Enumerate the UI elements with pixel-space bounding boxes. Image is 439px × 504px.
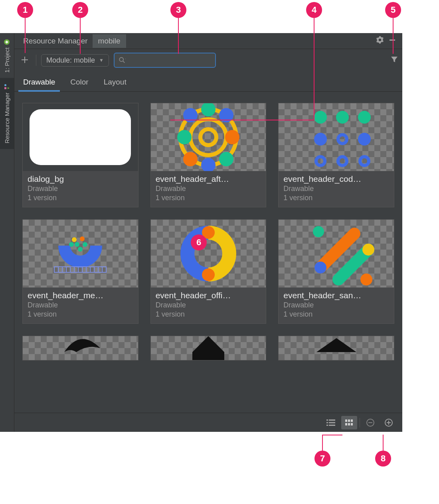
- resource-card[interactable]: [22, 336, 138, 360]
- search-input[interactable]: [128, 57, 211, 64]
- project-icon: [4, 39, 10, 45]
- resource-versions: 1 version: [283, 194, 389, 202]
- svg-rect-64: [348, 423, 350, 425]
- resource-manager-window: 1: Project Resource Manager Resource Man…: [0, 33, 402, 432]
- svg-point-48: [313, 226, 324, 237]
- svg-point-30: [83, 242, 87, 247]
- resource-versions: 1 version: [28, 310, 133, 319]
- svg-rect-3: [390, 39, 395, 41]
- resource-name: event_header_cod…: [283, 174, 389, 184]
- svg-rect-67: [368, 422, 372, 423]
- thumbnail: [279, 103, 394, 171]
- thumbnail: [151, 220, 266, 287]
- thumbnail: [23, 220, 138, 287]
- resource-grid: dialog_bg Drawable 1 version: [14, 92, 402, 413]
- tab-color[interactable]: Color: [69, 75, 90, 91]
- title-bar: Resource Manager mobile: [14, 33, 402, 49]
- callout-7: 7: [314, 451, 330, 467]
- resource-versions: 1 version: [28, 194, 133, 202]
- svg-rect-60: [345, 419, 347, 422]
- svg-rect-1: [5, 87, 7, 89]
- zoom-in-button[interactable]: [381, 416, 397, 429]
- callout-6: 6: [191, 234, 207, 250]
- panel-title: Resource Manager: [18, 37, 93, 45]
- svg-point-2: [5, 85, 7, 87]
- svg-point-14: [177, 130, 192, 144]
- svg-point-15: [225, 130, 239, 144]
- svg-point-26: [360, 157, 369, 165]
- svg-point-29: [75, 242, 79, 247]
- resource-card[interactable]: event_header_me… Drawable 1 version: [22, 219, 138, 324]
- resource-type: Drawable: [283, 301, 389, 309]
- thumbnail: [23, 336, 138, 360]
- list-view-button[interactable]: [323, 416, 339, 429]
- resource-name: event_header_me…: [28, 291, 133, 300]
- card-meta: event_header_san… Drawable 1 version: [279, 287, 394, 323]
- resource-card[interactable]: event_header_aft… Drawable 1 version: [150, 103, 267, 207]
- svg-rect-56: [326, 422, 328, 423]
- svg-rect-54: [326, 419, 328, 421]
- rail-tab-project[interactable]: 1: Project: [0, 33, 14, 78]
- module-picker-label: Module: mobile: [46, 56, 95, 65]
- search-field[interactable]: ▾: [114, 53, 216, 68]
- resource-versions: 1 version: [283, 310, 389, 319]
- resource-name: event_header_san…: [283, 291, 389, 300]
- thumbnail: [151, 103, 266, 171]
- svg-point-9: [200, 129, 216, 145]
- resource-card[interactable]: dialog_bg Drawable 1 version: [22, 103, 138, 207]
- resmgr-label: Resource Manager: [4, 93, 10, 144]
- svg-point-16: [183, 152, 198, 166]
- svg-rect-70: [388, 421, 389, 425]
- filter-button[interactable]: [390, 55, 398, 65]
- svg-rect-58: [326, 425, 328, 426]
- resource-type: Drawable: [28, 185, 133, 193]
- gear-icon[interactable]: [374, 36, 386, 46]
- resource-name: event_header_aft…: [156, 174, 261, 184]
- toolbar: Module: mobile ▼ ▾: [14, 49, 402, 71]
- svg-point-24: [316, 157, 325, 165]
- thumbnail: [151, 336, 266, 360]
- search-icon: ▾: [119, 57, 126, 64]
- zoom-out-button[interactable]: [362, 416, 378, 429]
- callout-7-hline: [322, 435, 342, 435]
- svg-point-51: [314, 262, 326, 274]
- svg-rect-62: [351, 419, 353, 422]
- resource-type: Drawable: [28, 301, 133, 309]
- svg-point-53: [360, 274, 372, 285]
- resource-name: event_header_offi…: [156, 291, 261, 300]
- module-picker[interactable]: Module: mobile ▼: [41, 54, 109, 67]
- add-resource-button[interactable]: [18, 54, 31, 67]
- module-tab[interactable]: mobile: [93, 34, 126, 48]
- svg-point-18: [314, 111, 327, 124]
- svg-point-17: [219, 152, 233, 166]
- rail-tab-resource-manager[interactable]: Resource Manager: [0, 78, 14, 149]
- svg-point-21: [314, 133, 327, 146]
- card-meta: event_header_cod… Drawable 1 version: [279, 171, 394, 207]
- resource-manager-panel: Resource Manager mobile Module: mobile ▼…: [14, 33, 402, 432]
- svg-rect-61: [348, 419, 350, 422]
- resource-type-tabs: Drawable Color Layout: [14, 71, 402, 92]
- svg-rect-57: [329, 422, 335, 423]
- resource-type: Drawable: [156, 185, 261, 193]
- resource-manager-icon: [4, 84, 10, 90]
- tab-drawable[interactable]: Drawable: [22, 75, 57, 91]
- resource-card[interactable]: event_header_san… Drawable 1 version: [278, 219, 394, 324]
- separator: [360, 418, 360, 427]
- resource-versions: 1 version: [156, 194, 261, 202]
- card-meta: dialog_bg Drawable 1 version: [23, 171, 138, 207]
- svg-point-8: [190, 119, 226, 155]
- svg-point-47: [202, 268, 215, 281]
- svg-point-31: [69, 242, 74, 247]
- thumbnail: [23, 103, 138, 171]
- resource-card[interactable]: event_header_cod… Drawable 1 version: [278, 103, 394, 207]
- callout-8: 8: [375, 451, 391, 467]
- thumbnail: [279, 220, 394, 287]
- minimize-icon[interactable]: [386, 36, 398, 45]
- resource-card[interactable]: [150, 336, 267, 360]
- grid-view-button[interactable]: [341, 416, 357, 429]
- svg-point-28: [80, 236, 85, 241]
- footer-bar: [14, 413, 402, 432]
- resource-card[interactable]: event_header_offi… Drawable 1 version: [150, 219, 267, 324]
- tab-layout[interactable]: Layout: [102, 75, 128, 91]
- resource-card[interactable]: [278, 336, 394, 360]
